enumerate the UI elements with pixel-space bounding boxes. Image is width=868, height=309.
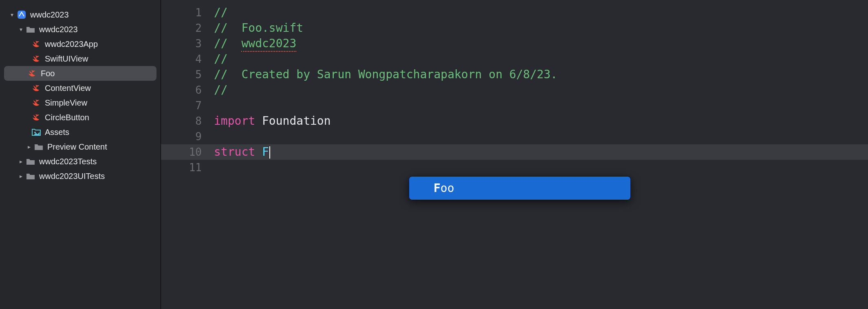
sidebar-item-label: SimpleView: [45, 98, 87, 108]
sidebar-file-circlebutton[interactable]: CircleButton: [4, 110, 156, 125]
code-token: [255, 145, 262, 159]
code-line[interactable]: // wwdc2023: [214, 36, 557, 51]
swift-file-icon: [31, 83, 42, 93]
code-line[interactable]: // Created by Sarun Wongpatcharapakorn o…: [214, 67, 557, 82]
sidebar-item-label: wwdc2023Tests: [39, 157, 97, 166]
chevron-right-icon[interactable]: ▸: [17, 158, 24, 165]
line-number: 6: [161, 82, 210, 98]
code-line[interactable]: [214, 129, 557, 144]
swift-file-icon: [27, 68, 37, 79]
sidebar-file-contentview[interactable]: ContentView: [4, 81, 156, 95]
line-number: 1: [161, 5, 210, 20]
sidebar-file-wwdc2023app[interactable]: wwdc2023App: [4, 37, 156, 51]
folder-icon: [33, 141, 44, 152]
sidebar-file-simpleview[interactable]: SimpleView: [4, 95, 156, 110]
sidebar-folder-wwdc2023uitests[interactable]: ▸ wwdc2023UITests: [4, 169, 156, 183]
line-number: 10: [161, 144, 210, 160]
svg-point-1: [34, 132, 36, 133]
code-token: //: [214, 37, 241, 50]
code-token: // Created by Sarun Wongpatcharapakorn o…: [214, 68, 557, 81]
folder-icon: [25, 156, 36, 167]
code-line[interactable]: [214, 160, 557, 175]
line-number: 3: [161, 36, 210, 51]
swift-file-icon: [31, 53, 42, 64]
sidebar-item-label: SwiftUIView: [45, 54, 88, 64]
sidebar-item-label: ContentView: [45, 84, 91, 93]
sidebar-item-label: wwdc2023UITests: [39, 172, 105, 181]
line-number: 7: [161, 98, 210, 113]
sidebar-file-assets[interactable]: Assets: [4, 125, 156, 139]
sidebar-item-label: Assets: [45, 128, 69, 137]
project-name: wwdc2023: [30, 10, 69, 20]
sidebar-item-label: CircleButton: [45, 113, 89, 122]
code-token: Foundation: [255, 114, 330, 128]
code-token: wwdc2023: [241, 37, 296, 52]
chevron-right-icon[interactable]: ▸: [17, 173, 24, 179]
code-line[interactable]: struct F: [214, 144, 557, 160]
code-content[interactable]: //// Foo.swift// wwdc2023//// Created by…: [214, 5, 557, 175]
code-token: struct: [214, 145, 255, 159]
line-number: 5: [161, 67, 210, 82]
chevron-down-icon[interactable]: ▾: [8, 11, 15, 18]
sidebar-folder-wwdc2023tests[interactable]: ▸ wwdc2023Tests: [4, 154, 156, 169]
code-token: F: [262, 145, 269, 159]
sidebar-item-label: wwdc2023App: [45, 40, 98, 49]
sidebar-file-swiftuiview[interactable]: SwiftUIView: [4, 51, 156, 66]
code-line[interactable]: //: [214, 82, 557, 98]
line-number-gutter: 1234567891011: [161, 5, 210, 175]
swift-file-icon: [31, 112, 42, 123]
line-number: 9: [161, 129, 210, 144]
swift-file-icon: [31, 39, 42, 49]
sidebar-item-label: Preview Content: [47, 142, 107, 152]
code-line[interactable]: [214, 98, 557, 113]
line-number: 11: [161, 160, 210, 175]
code-token: import: [214, 114, 255, 128]
line-number: 2: [161, 20, 210, 36]
code-token: // Foo.swift: [214, 21, 303, 35]
chevron-down-icon[interactable]: ▾: [17, 26, 24, 33]
code-token: //: [214, 83, 228, 97]
code-token: //: [214, 6, 228, 19]
text-cursor: [269, 146, 270, 159]
code-line[interactable]: // Foo.swift: [214, 20, 557, 36]
chevron-right-icon[interactable]: ▸: [25, 143, 33, 150]
folder-icon: [25, 24, 36, 35]
sidebar-folder-wwdc2023[interactable]: ▾ wwdc2023: [4, 22, 156, 37]
code-line[interactable]: import Foundation: [214, 113, 557, 129]
assets-icon: [31, 127, 42, 137]
code-line[interactable]: //: [214, 51, 557, 67]
code-token: //: [214, 52, 228, 66]
folder-icon: [25, 171, 36, 181]
code-line[interactable]: //: [214, 5, 557, 20]
xcode-project-icon: [16, 9, 27, 20]
sidebar-item-label: wwdc2023: [39, 25, 78, 34]
sidebar-folder-preview-content[interactable]: ▸ Preview Content: [4, 139, 156, 154]
line-number: 8: [161, 113, 210, 129]
project-navigator[interactable]: ▾ wwdc2023 ▾ wwdc2023 wwdc2023App SwiftU…: [0, 0, 161, 309]
autocomplete-match-bold: F: [434, 181, 441, 195]
line-number: 4: [161, 51, 210, 67]
autocomplete-popup[interactable]: Foo: [409, 176, 631, 200]
autocomplete-item[interactable]: Foo: [409, 180, 630, 196]
code-editor[interactable]: 1234567891011 //// Foo.swift// wwdc2023/…: [161, 0, 868, 309]
project-root[interactable]: ▾ wwdc2023: [4, 7, 156, 22]
sidebar-file-foo[interactable]: Foo: [4, 66, 156, 81]
swift-file-icon: [31, 97, 42, 108]
autocomplete-match-rest: oo: [441, 181, 454, 195]
sidebar-item-label: Foo: [41, 69, 55, 78]
